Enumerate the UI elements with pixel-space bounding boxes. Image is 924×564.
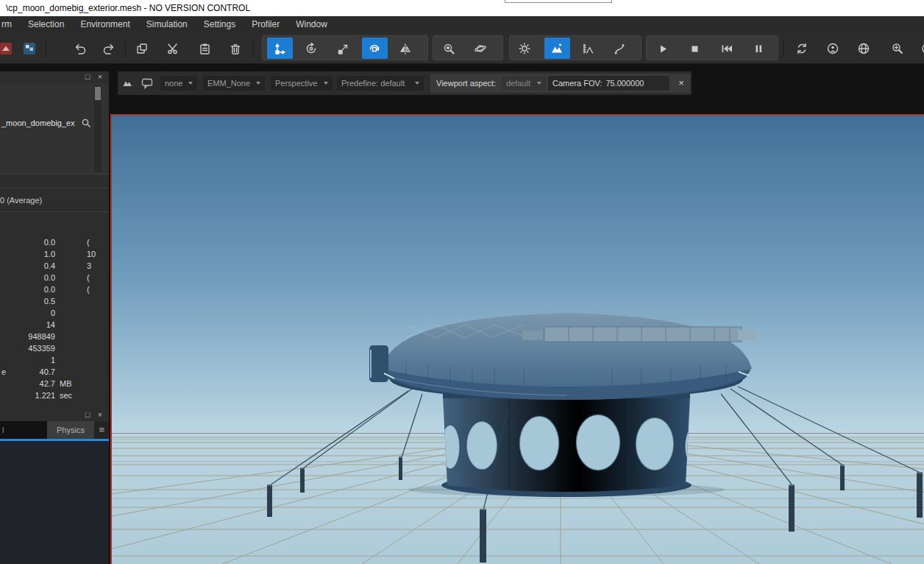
material-dropdown[interactable]: none: [160, 76, 197, 91]
mesh-blue-app-icon[interactable]: [17, 38, 42, 59]
average-row: 0 (Average): [0, 188, 109, 212]
terrain-small-icon[interactable]: [122, 77, 133, 88]
chevron-down-icon: [256, 82, 260, 85]
stat-row: 42.7MB: [0, 378, 109, 390]
predefine-dropdown[interactable]: Predefine: default: [337, 76, 424, 91]
dock-panel-icon[interactable]: □: [82, 71, 93, 82]
rotate-tool-icon[interactable]: [299, 38, 324, 59]
user-camera-icon[interactable]: [820, 38, 845, 59]
aspect-dropdown[interactable]: default: [502, 76, 546, 91]
tab-l[interactable]: l: [0, 421, 47, 439]
dock-panel-icon[interactable]: □: [82, 409, 93, 420]
tab-menu-icon[interactable]: ≡: [99, 423, 104, 437]
refresh-icon[interactable]: [789, 38, 814, 59]
titlebar: \cp_moon_domebig_exterior.mesh - NO VERS…: [0, 0, 924, 16]
scene-render[interactable]: [112, 116, 924, 564]
bottom-panel-body: [0, 441, 109, 564]
play-icon[interactable]: [650, 38, 675, 59]
redo-icon[interactable]: [97, 38, 122, 59]
close-panel-icon[interactable]: ×: [95, 409, 105, 420]
menu-item-window[interactable]: Window: [288, 16, 335, 32]
bottom-panel: □ × lPhysics ≡: [0, 409, 109, 564]
rewind-icon[interactable]: [714, 38, 739, 59]
paste-icon[interactable]: [192, 38, 217, 59]
search-entities-icon[interactable]: [885, 38, 910, 59]
mesh-red-app-icon[interactable]: [0, 38, 18, 59]
delete-icon[interactable]: [223, 38, 248, 59]
sphere-lod-icon[interactable]: [851, 38, 876, 59]
pause-icon[interactable]: [746, 38, 771, 59]
window-title: \cp_moon_domebig_exterior.mesh - NO VERS…: [6, 0, 250, 16]
stat-row: 1.010: [0, 249, 109, 261]
stats-list: 0.0(1.0100.430.0(0.0(0.50149488494533591…: [0, 237, 109, 402]
stat-row: 453359: [0, 343, 109, 355]
stat-row: 0.0(: [0, 237, 109, 249]
zoom-selected-icon[interactable]: [436, 38, 461, 59]
menu-item-selection[interactable]: Selection: [20, 16, 72, 32]
undo-icon[interactable]: [67, 38, 92, 59]
comment-icon[interactable]: [141, 77, 154, 90]
sun-weather-icon[interactable]: [512, 38, 537, 59]
mirror-tool-icon[interactable]: [393, 38, 418, 59]
heightmap-icon[interactable]: [575, 38, 600, 59]
scale-tool-icon[interactable]: [330, 38, 355, 59]
stat-row: 0.5: [0, 296, 109, 308]
search-icon[interactable]: [81, 118, 91, 131]
snap-rotate-tool-icon[interactable]: [362, 38, 387, 59]
bottom-tabs: lPhysics: [0, 421, 109, 439]
chevron-down-icon: [537, 82, 541, 85]
aspect-label: Viewport aspect:: [436, 74, 496, 93]
scrollbar-thumb[interactable]: [95, 87, 101, 100]
camera-fov-field[interactable]: Camera FOV: 75.000000: [548, 76, 669, 91]
close-viewport-settings-button[interactable]: ×: [675, 76, 688, 91]
translate-tool-icon[interactable]: [267, 38, 292, 59]
spline-icon[interactable]: [607, 38, 632, 59]
stat-row: 0.0(: [0, 272, 109, 284]
chevron-down-icon: [188, 82, 193, 85]
bottom-panel-header: □ ×: [0, 409, 109, 421]
stat-row: 1.221sec: [0, 390, 109, 402]
scrollbar[interactable]: [94, 85, 102, 172]
stat-row: 948849: [0, 331, 109, 343]
menu-item-rm[interactable]: rm: [0, 16, 20, 32]
background-window-edge: [505, 0, 612, 3]
chevron-down-icon: [324, 82, 328, 85]
close-panel-icon[interactable]: ×: [95, 71, 105, 82]
resource-browser: _moon_domebig_ex: [0, 83, 109, 175]
fov-value: 75.000000: [605, 79, 644, 88]
viewport-3d[interactable]: [110, 114, 924, 564]
menu-item-settings[interactable]: Settings: [196, 16, 244, 32]
chevron-down-icon: [415, 82, 419, 85]
cut-icon[interactable]: [160, 38, 185, 59]
main-toolbar: [0, 32, 924, 64]
menubar-items: rmSelectionEnvironmentSimulationSettings…: [0, 16, 335, 32]
partial-right-icon[interactable]: [912, 38, 924, 59]
stat-row: 0: [0, 308, 109, 320]
stat-row: 0.0(: [0, 284, 109, 296]
planet-icon[interactable]: [468, 38, 493, 59]
application-window: \cp_moon_domebig_exterior.mesh - NO VERS…: [0, 0, 924, 564]
viewport-toolbar: none EMM_None Perspective Predefine: def…: [118, 71, 692, 95]
menu-item-profiler[interactable]: Profiler: [244, 16, 288, 32]
fov-label: Camera FOV:: [552, 79, 602, 88]
resource-row[interactable]: _moon_domebig_ex: [0, 116, 109, 130]
stat-row: 1: [0, 355, 109, 367]
emm-dropdown[interactable]: EMM_None: [203, 76, 265, 91]
left-panel-header: □ ×: [0, 71, 109, 83]
menu-item-environment[interactable]: Environment: [72, 16, 138, 32]
menubar: rmSelectionEnvironmentSimulationSettings…: [0, 16, 924, 32]
resource-name: _moon_domebig_ex: [1, 116, 75, 130]
stat-row: e40.7: [0, 367, 109, 378]
tab-physics[interactable]: Physics: [47, 421, 94, 439]
stat-row: 14: [0, 320, 109, 331]
left-panel: □ × _moon_domebig_ex 0 (Average) 0.0(1.0…: [0, 71, 109, 409]
viewport-settings-strip: Viewport aspect: default Camera FOV: 75.…: [430, 74, 690, 93]
menu-item-simulation[interactable]: Simulation: [138, 16, 196, 32]
camera-mode-dropdown[interactable]: Perspective: [271, 76, 333, 91]
stop-icon[interactable]: [682, 38, 707, 59]
duplicate-icon[interactable]: [129, 38, 154, 59]
stat-row: 0.43: [0, 261, 109, 272]
terrain-view-icon[interactable]: [544, 38, 569, 59]
